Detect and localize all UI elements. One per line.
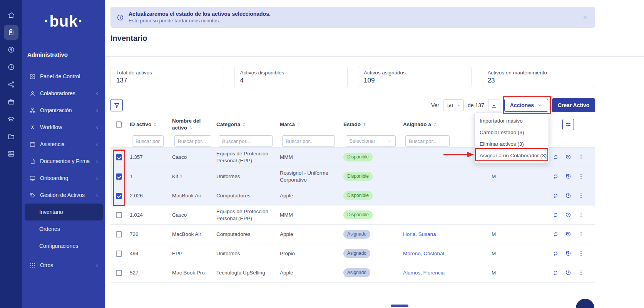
row-checkbox[interactable] bbox=[116, 212, 122, 218]
status-badge: Asignado bbox=[343, 249, 370, 258]
sidebar-item-gestion-de-activos[interactable]: Gestión de Activos bbox=[22, 187, 105, 204]
rail-item-benefits-icon[interactable] bbox=[4, 94, 18, 109]
menu-item-importador-masivo[interactable]: Importador masivo bbox=[475, 115, 549, 126]
sidebar-item-asistencia[interactable]: Asistencia bbox=[22, 136, 105, 153]
history-icon[interactable] bbox=[565, 250, 572, 257]
sort-icon bbox=[241, 122, 246, 127]
cell-brand: Apple bbox=[278, 229, 341, 240]
chevron-down-icon bbox=[537, 103, 542, 108]
select-all-checkbox[interactable] bbox=[116, 121, 122, 128]
sync-icon[interactable] bbox=[552, 269, 559, 276]
toolbar-right: Ver 50 de 137 Acciones Crear Activo bbox=[431, 98, 595, 112]
row-checkbox[interactable] bbox=[116, 193, 122, 199]
cell-id: 1 bbox=[127, 171, 170, 182]
sidebar-item-onboarding[interactable]: Onboarding bbox=[22, 170, 105, 187]
row-menu-icon[interactable] bbox=[578, 212, 584, 218]
sync-icon[interactable] bbox=[552, 173, 559, 180]
row-checkbox[interactable] bbox=[116, 270, 122, 276]
history-icon[interactable] bbox=[565, 212, 572, 218]
banner-close-icon[interactable]: × bbox=[583, 13, 587, 21]
sync-icon[interactable] bbox=[552, 250, 559, 257]
row-menu-icon[interactable] bbox=[578, 231, 584, 237]
page-size-select[interactable]: 50 bbox=[443, 99, 464, 111]
filter-button[interactable] bbox=[110, 99, 123, 111]
sidebar-subitem-configuraciones[interactable]: Configuraciones bbox=[25, 237, 103, 254]
row-menu-icon[interactable] bbox=[578, 250, 584, 257]
row-checkbox[interactable] bbox=[116, 251, 122, 257]
row-menu-icon[interactable] bbox=[578, 192, 584, 199]
filter-input-asignado-a[interactable] bbox=[405, 135, 450, 147]
row-checkbox[interactable] bbox=[116, 154, 122, 160]
download-icon bbox=[491, 102, 497, 109]
row-checkbox[interactable] bbox=[116, 231, 122, 237]
sync-icon[interactable] bbox=[552, 154, 559, 160]
chevron-left-icon bbox=[94, 158, 100, 164]
rail-item-home-icon[interactable] bbox=[4, 8, 18, 22]
rail-item-inventory-icon[interactable] bbox=[4, 25, 18, 40]
sync-icon[interactable] bbox=[552, 212, 559, 218]
create-asset-button[interactable]: Crear Activo bbox=[552, 98, 595, 112]
horizontal-scrollbar-thumb[interactable] bbox=[391, 305, 408, 307]
filter-input-id-activo[interactable] bbox=[132, 135, 164, 147]
sidebar-item-documentos-y-firma[interactable]: Documentos y Firma bbox=[22, 153, 105, 170]
main-content: Actualizaremos el estado de los activos … bbox=[105, 0, 644, 308]
table-toolbar: Ver 50 de 137 Acciones Crear Activo bbox=[110, 98, 595, 112]
page-title: Inventario bbox=[110, 34, 644, 43]
sidebar-item-colaboradores[interactable]: Colaboradores bbox=[22, 85, 105, 102]
row-menu-icon[interactable] bbox=[578, 154, 584, 160]
rail-item-files-icon[interactable] bbox=[4, 129, 18, 144]
actions-button[interactable]: Acciones bbox=[504, 99, 548, 112]
status-badge: Asignado bbox=[343, 268, 370, 278]
assigned-to-link[interactable]: Alamos, Florencia bbox=[403, 270, 445, 276]
download-button[interactable] bbox=[488, 99, 500, 111]
dots-vertical-icon bbox=[578, 192, 584, 199]
row-checkbox[interactable] bbox=[116, 173, 122, 180]
history-icon[interactable] bbox=[565, 192, 572, 199]
banner-text: Actualizaremos el estado de los activos … bbox=[129, 10, 583, 24]
menu-item-asignar-a-un-colaborador-3[interactable]: Asignar a un Colaborador (3) bbox=[475, 150, 549, 161]
sidebar-subitem-ordenes[interactable]: Órdenes bbox=[25, 220, 103, 237]
cell-category: Uniformes bbox=[214, 248, 278, 259]
benefits-icon bbox=[7, 98, 15, 106]
cell-category: Equipos de Protección Personal (EPP) bbox=[214, 206, 278, 224]
info-icon bbox=[117, 14, 124, 21]
column-header-marca[interactable]: Marca bbox=[278, 121, 341, 128]
buk-logo: ·buk· bbox=[22, 0, 105, 42]
rail-item-training-icon[interactable] bbox=[4, 112, 18, 126]
sidebar-item-organizacion[interactable]: Organización bbox=[22, 102, 105, 119]
cell-brand: Propio bbox=[278, 248, 341, 259]
menu-item-cambiar-estado-3[interactable]: Cambiar estado (3) bbox=[475, 126, 549, 138]
row-menu-icon[interactable] bbox=[578, 173, 584, 180]
filter-input-categoria[interactable] bbox=[219, 135, 273, 147]
assigned-to-link[interactable]: Horia, Susana bbox=[403, 231, 436, 237]
tag-icon bbox=[29, 192, 36, 199]
column-header-nombre-del-activo[interactable]: Nombre del activo bbox=[170, 118, 214, 131]
filter-input-marca[interactable] bbox=[282, 135, 335, 147]
menu-item-eliminar-activos-3[interactable]: Eliminar activos (3) bbox=[475, 138, 549, 150]
history-icon[interactable] bbox=[565, 231, 572, 237]
sidebar-subitem-inventario[interactable]: Inventario bbox=[25, 204, 103, 220]
column-settings-button[interactable] bbox=[562, 119, 574, 130]
sync-icon[interactable] bbox=[552, 231, 559, 237]
time-icon bbox=[7, 63, 15, 71]
rail-item-time-icon[interactable] bbox=[4, 60, 18, 74]
column-header-id-activo[interactable]: ID activo bbox=[127, 121, 170, 128]
sync-icon[interactable] bbox=[552, 192, 559, 199]
rail-item-archive-icon[interactable] bbox=[4, 146, 18, 161]
history-icon[interactable] bbox=[565, 173, 572, 180]
history-icon[interactable] bbox=[565, 269, 572, 276]
row-menu-icon[interactable] bbox=[578, 269, 584, 276]
history-icon bbox=[565, 269, 572, 276]
rail-item-remunerations-icon[interactable] bbox=[4, 42, 18, 57]
rail-item-network-icon[interactable] bbox=[4, 77, 18, 92]
sidebar-item-otros[interactable]: Otros bbox=[22, 257, 105, 274]
filter-input-nombre-del-activo[interactable] bbox=[174, 135, 211, 147]
sidebar-item-workflow[interactable]: Workflow bbox=[22, 119, 105, 136]
assigned-to-link[interactable]: Moreno, Cristobal bbox=[403, 251, 444, 256]
column-header-estado[interactable]: Estado bbox=[341, 121, 401, 128]
sidebar-item-panel-de-control[interactable]: Panel de Control bbox=[22, 68, 105, 85]
filter-estado-select[interactable]: Seleccionar bbox=[346, 135, 396, 147]
history-icon[interactable] bbox=[565, 154, 572, 160]
column-header-categoria[interactable]: Categoría bbox=[214, 121, 278, 128]
dots-vertical-icon bbox=[578, 231, 584, 237]
